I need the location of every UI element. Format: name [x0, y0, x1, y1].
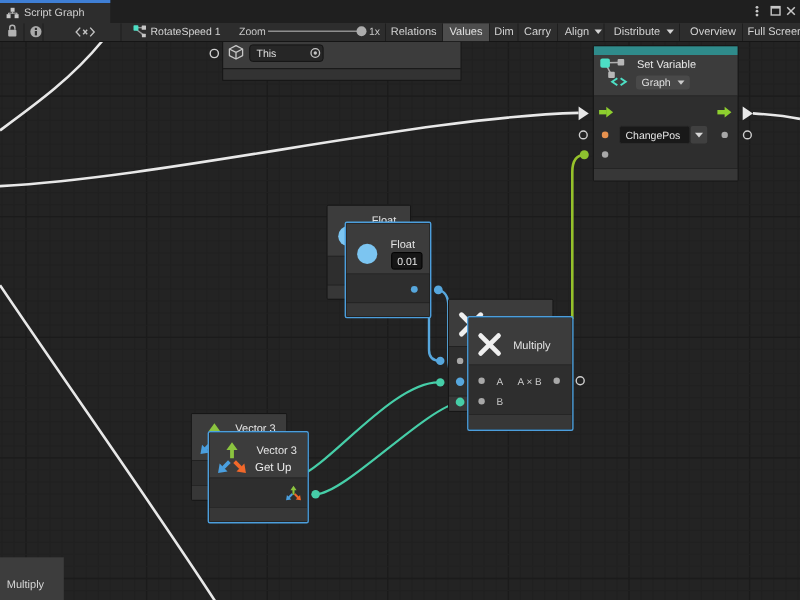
svg-text:1x: 1x: [369, 26, 381, 38]
svg-text:Graph: Graph: [642, 77, 671, 89]
svg-text:A × B: A × B: [518, 377, 543, 388]
svg-text:0.01: 0.01: [397, 256, 418, 268]
svg-text:B: B: [497, 397, 504, 408]
svg-text:Align: Align: [565, 26, 589, 38]
svg-text:Float: Float: [391, 239, 415, 251]
svg-text:Dim: Dim: [494, 26, 514, 38]
svg-text:Script Graph: Script Graph: [24, 7, 85, 19]
svg-text:Overview: Overview: [690, 26, 736, 38]
svg-text:Carry: Carry: [524, 26, 551, 38]
svg-text:Set Variable: Set Variable: [637, 59, 696, 71]
svg-text:Multiply: Multiply: [513, 340, 551, 352]
svg-text:Full Screen: Full Screen: [748, 26, 800, 38]
svg-text:Zoom: Zoom: [239, 26, 266, 38]
svg-text:Relations: Relations: [391, 26, 437, 38]
svg-text:Values: Values: [450, 26, 483, 38]
svg-text:A: A: [497, 377, 504, 388]
svg-text:RotateSpeed 1: RotateSpeed 1: [151, 26, 221, 38]
svg-text:Get Up: Get Up: [255, 462, 291, 474]
svg-text:Distribute: Distribute: [614, 26, 660, 38]
svg-text:This: This: [257, 48, 277, 60]
svg-text:Vector 3: Vector 3: [257, 445, 297, 457]
svg-text:ChangePos: ChangePos: [626, 130, 681, 142]
svg-text:Multiply: Multiply: [7, 579, 45, 591]
